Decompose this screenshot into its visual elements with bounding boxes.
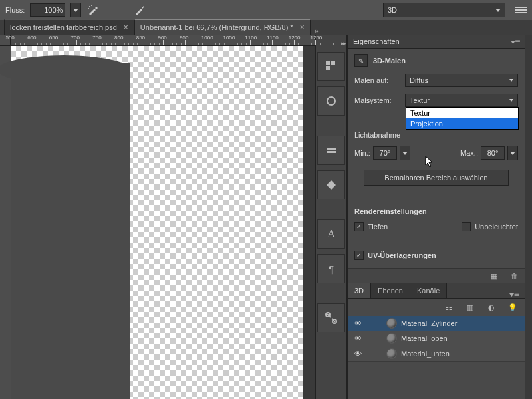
paint-on-dropdown[interactable]: Diffus: [405, 74, 518, 87]
render-settings-heading: Rendereinstellungen: [354, 207, 518, 215]
material-name: Material_oben: [401, 334, 448, 342]
expand-dock-button[interactable]: ▸▸: [341, 40, 345, 47]
falloff-min-label: Min.:: [354, 149, 370, 157]
panel-button-2[interactable]: [317, 86, 345, 116]
falloff-max-field[interactable]: 80°: [481, 146, 505, 160]
material-icon: [386, 333, 397, 344]
uv-overlays-label: UV-Überlagerungen: [368, 251, 436, 259]
paint-system-dropdown[interactable]: Textur Textur Projektion: [405, 94, 518, 107]
material-name: Material_unten: [401, 350, 450, 358]
svg-rect-4: [331, 61, 335, 65]
falloff-max-label: Max.:: [460, 149, 478, 157]
svg-point-6: [327, 97, 335, 105]
material-row[interactable]: 👁 Material_oben: [348, 331, 525, 346]
airbrush-icon[interactable]: [86, 3, 100, 17]
properties-heading: 3D-Malen: [373, 57, 406, 65]
material-row[interactable]: 👁 Material_unten: [348, 346, 525, 362]
dropdown-option[interactable]: Textur: [406, 108, 518, 118]
document-tab[interactable]: Unbenannt-1 bei 66,7% (Hintergrund, RGB/…: [134, 19, 311, 35]
lower-panel-tabs: 3D Ebenen Kanäle ▾≡: [348, 283, 525, 299]
panel-button-character[interactable]: A: [317, 219, 345, 249]
materials-list: 👁 Material_Zylinder 👁 Material_oben 👁 Ma…: [348, 316, 525, 399]
close-icon[interactable]: ×: [124, 23, 128, 32]
paint-system-dropdown-menu: Textur Projektion: [406, 107, 519, 130]
material-icon: [386, 348, 397, 359]
material-row[interactable]: 👁 Material_Zylinder: [348, 316, 525, 331]
trash-icon[interactable]: 🗑: [509, 271, 519, 281]
vertical-scrollbar[interactable]: [303, 46, 315, 399]
3d-panel-filter-bar: ☷ ▥ ◐ 💡: [348, 299, 525, 316]
render-icon[interactable]: ▦: [489, 271, 499, 281]
svg-rect-7: [327, 148, 336, 150]
svg-point-2: [88, 8, 89, 9]
falloff-min-field[interactable]: 70°: [373, 146, 397, 160]
falloff-min-stepper[interactable]: [400, 146, 410, 160]
svg-rect-3: [326, 61, 330, 65]
vertical-ruler[interactable]: [0, 46, 11, 399]
tab-overflow-button[interactable]: »: [311, 27, 323, 35]
filter-lights-icon[interactable]: 💡: [507, 302, 518, 313]
unlit-checkbox[interactable]: [462, 222, 471, 231]
right-scrollbar-gutter[interactable]: [525, 35, 532, 399]
window-arrange-icon[interactable]: [515, 3, 527, 17]
tab-layers[interactable]: Ebenen: [371, 283, 410, 298]
material-icon: [386, 318, 397, 329]
light-falloff-label: Lichtabnahme: [354, 131, 406, 139]
select-paintable-button[interactable]: Bemalbaren Bereich auswählen: [364, 170, 509, 186]
filter-materials-icon[interactable]: ◐: [486, 302, 497, 313]
svg-point-0: [89, 6, 90, 7]
svg-rect-5: [326, 66, 330, 70]
panel-button-paragraph[interactable]: ¶: [317, 254, 345, 283]
cylinder-body: [11, 63, 130, 399]
depths-checkbox[interactable]: [354, 222, 364, 231]
properties-panel-footer: ▦ 🗑: [348, 268, 525, 283]
panel-menu-icon[interactable]: ▾≡: [509, 291, 527, 298]
properties-panel: ✎ 3D-Malen Malen auf: Diffus Malsystem: …: [348, 49, 525, 268]
paint-on-label: Malen auf:: [354, 76, 401, 84]
document-tab-strip: locken freistellen farbbereich.psd× Unbe…: [0, 20, 532, 35]
properties-panel-header[interactable]: Eigenschaften ▾≡: [348, 35, 525, 49]
flow-value-field[interactable]: 100%: [30, 3, 65, 17]
tab-channels[interactable]: Kanäle: [410, 283, 447, 298]
filter-scene-icon[interactable]: ☷: [444, 302, 454, 313]
panel-button-4[interactable]: [317, 170, 345, 200]
svg-point-1: [91, 5, 92, 6]
paint-system-label: Malsystem:: [354, 96, 401, 104]
panel-button-tools[interactable]: [317, 303, 345, 332]
uv-overlays-checkbox[interactable]: [354, 251, 364, 260]
collapsed-panels-dock: ▸▸ A ¶: [315, 35, 347, 399]
svg-rect-8: [327, 151, 336, 153]
panel-button-3[interactable]: [317, 136, 345, 165]
panel-menu-icon[interactable]: ▾≡: [511, 38, 521, 45]
horizontal-ruler[interactable]: 5506006507007508008509009501000105011001…: [11, 35, 315, 46]
depths-label: Tiefen: [368, 223, 388, 231]
material-name: Material_Zylinder: [401, 319, 457, 327]
close-icon[interactable]: ×: [300, 23, 305, 32]
document-tab[interactable]: locken freistellen farbbereich.psd×: [4, 19, 134, 35]
right-panel-dock: Eigenschaften ▾≡ ✎ 3D-Malen Malen auf: D…: [347, 35, 525, 399]
workspace-switcher[interactable]: 3D: [383, 3, 505, 17]
brush-pressure-icon[interactable]: [133, 3, 146, 17]
tab-3d[interactable]: 3D: [348, 283, 371, 298]
dropdown-option[interactable]: Projektion: [406, 118, 518, 129]
flow-dropdown-button[interactable]: [70, 3, 81, 17]
panel-button-1[interactable]: [317, 52, 345, 81]
options-bar: Fluss: 100% 3D: [0, 0, 532, 20]
paint-3d-icon: ✎: [354, 54, 368, 67]
unlit-label: Unbeleuchtet: [475, 223, 518, 231]
flow-label: Fluss:: [5, 6, 25, 14]
visibility-toggle[interactable]: 👁: [352, 349, 364, 358]
visibility-toggle[interactable]: 👁: [352, 334, 364, 343]
falloff-max-stepper[interactable]: [507, 146, 518, 160]
visibility-toggle[interactable]: 👁: [352, 319, 364, 328]
filter-meshes-icon[interactable]: ▥: [465, 302, 475, 313]
document-canvas[interactable]: [11, 46, 315, 399]
